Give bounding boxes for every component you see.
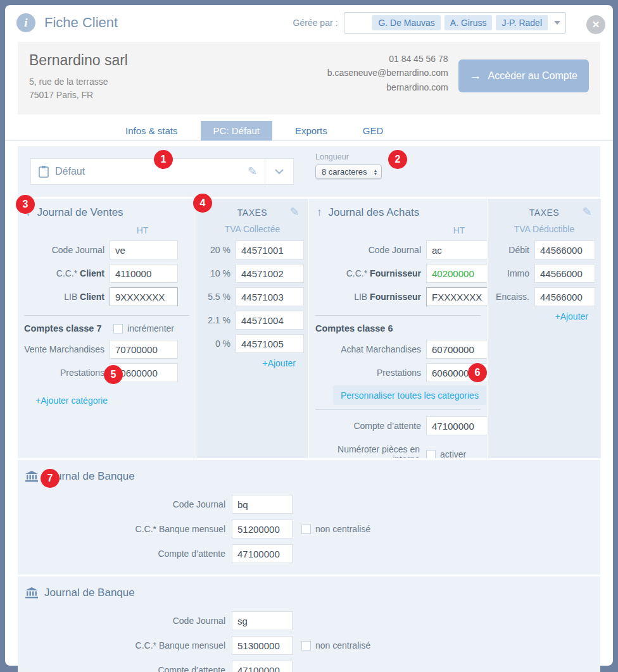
banque2-attente-input[interactable] bbox=[232, 661, 293, 672]
tax-label: Encaiss. bbox=[494, 292, 534, 302]
field-row: Code Journal bbox=[315, 240, 481, 259]
journal-achats-title: ↑ Journal des Achats bbox=[315, 204, 481, 225]
edit-pencil-icon[interactable]: ✎ bbox=[582, 205, 592, 219]
address-line: 5, rue de la terrasse bbox=[29, 75, 128, 89]
cc-fournisseur-input[interactable] bbox=[426, 264, 487, 283]
field-label: Compte d’attente bbox=[18, 549, 232, 559]
code-journal-achats-input[interactable] bbox=[426, 240, 487, 259]
managers-select[interactable]: G. De Mauvas A. Giruss J-P. Radel bbox=[344, 12, 566, 34]
classe6-title: Comptes classe 6 bbox=[315, 323, 393, 333]
banque1-code-input[interactable] bbox=[232, 495, 293, 514]
field-row: Code Journal bbox=[18, 495, 600, 514]
classe7-header: Comptes classe 7 incrémenter bbox=[24, 323, 189, 333]
clipboard-icon bbox=[39, 165, 49, 178]
tva-0-input[interactable] bbox=[236, 334, 304, 353]
step-badge-1: 1 bbox=[154, 150, 173, 169]
cc-client-input[interactable] bbox=[110, 264, 178, 283]
lib-client-input[interactable] bbox=[110, 287, 178, 306]
banque1-attente-input[interactable] bbox=[232, 544, 293, 563]
non-centralise-group: non centralisé bbox=[301, 524, 370, 534]
length-select[interactable]: 8 caracteres ▲▼ bbox=[315, 165, 382, 179]
increment-checkbox[interactable] bbox=[113, 324, 123, 333]
client-contact: 01 84 45 56 78 b.caseneuve@bernardino.co… bbox=[327, 52, 448, 102]
add-category-link[interactable]: +Ajouter catégorie bbox=[35, 395, 108, 406]
tab-exports[interactable]: Exports bbox=[282, 121, 340, 140]
activer-checkbox[interactable] bbox=[426, 450, 436, 459]
manager-chip[interactable]: A. Giruss bbox=[445, 15, 493, 30]
select-stepper-icon: ▲▼ bbox=[374, 169, 378, 175]
field-label: LIB Fournisseur bbox=[315, 292, 426, 302]
achat-marchandises-input[interactable] bbox=[426, 340, 487, 359]
tva-20-input[interactable] bbox=[236, 240, 304, 259]
journal-achats-panel: ↑ Journal des Achats HT Code Journal C.C… bbox=[309, 199, 487, 458]
field-label: C.C.* Fournisseur bbox=[315, 268, 426, 278]
compte-attente-achats-input[interactable] bbox=[426, 416, 487, 435]
divider bbox=[24, 315, 189, 316]
tva-55-input[interactable] bbox=[236, 287, 304, 306]
code-journal-input[interactable] bbox=[110, 240, 178, 259]
journal-banque-title: Journal de Banque bbox=[18, 468, 600, 489]
tva-immo-input[interactable] bbox=[534, 264, 595, 283]
step-badge-3: 3 bbox=[16, 195, 35, 214]
bank-icon bbox=[25, 471, 38, 482]
non-centralise-checkbox[interactable] bbox=[301, 641, 311, 650]
add-tax-link[interactable]: +Ajouter bbox=[555, 311, 588, 321]
client-website: bernardino.com bbox=[327, 80, 448, 94]
tab-infos-stats[interactable]: Infos & stats bbox=[113, 121, 191, 140]
tax-row: 10 % bbox=[203, 264, 302, 283]
tva-encaiss-input[interactable] bbox=[534, 287, 595, 306]
field-label: Compte d’attente bbox=[315, 421, 426, 431]
activer-label: activer bbox=[440, 449, 466, 458]
banque2-cc-input[interactable] bbox=[232, 636, 293, 655]
client-address: 5, rue de la terrasse 75017 Paris, FR bbox=[29, 75, 128, 102]
tab-ged[interactable]: GED bbox=[350, 121, 396, 140]
non-centralise-label: non centralisé bbox=[315, 640, 370, 650]
increment-checkbox-group: incrémenter bbox=[113, 323, 174, 333]
banque2-code-input[interactable] bbox=[232, 611, 293, 630]
step-badge-6: 6 bbox=[468, 363, 487, 382]
non-centralise-checkbox[interactable] bbox=[301, 525, 311, 534]
classe6-header: Comptes classe 6 bbox=[315, 323, 481, 333]
tva-debit-input[interactable] bbox=[534, 240, 595, 259]
access-account-button[interactable]: → Accèder au Compte bbox=[458, 59, 589, 92]
managed-by-label: Gérée par : bbox=[293, 18, 338, 28]
taxes-title: TAXES ✎ bbox=[203, 204, 302, 224]
client-summary: Bernardino sarl 5, rue de la terrasse 75… bbox=[18, 42, 600, 115]
fiche-client-modal: i Fiche Client Gérée par : G. De Mauvas … bbox=[5, 5, 613, 666]
bank-icon bbox=[25, 587, 38, 599]
journal-banque-1: Journal de Banque Code Journal C.C.* Ban… bbox=[18, 460, 600, 575]
client-identity: Bernardino sarl 5, rue de la terrasse 75… bbox=[29, 52, 128, 102]
field-label: Vente Marchandises bbox=[24, 344, 110, 354]
tva-21-input[interactable] bbox=[236, 311, 304, 330]
non-centralise-label: non centralisé bbox=[315, 524, 370, 534]
tax-rate-label: 5.5 % bbox=[203, 292, 236, 302]
journal-ventes-title: ↓ Journal de Ventes bbox=[24, 204, 189, 225]
field-row: Code Journal bbox=[24, 240, 189, 259]
tax-row: Encaiss. bbox=[494, 287, 595, 306]
vente-marchandises-input[interactable] bbox=[110, 340, 178, 359]
field-label: C.C.* Banque mensuel bbox=[18, 524, 232, 534]
field-row: C.C.* Banque mensuel non centralisé bbox=[18, 520, 600, 538]
field-row: C.C.* Fournisseur bbox=[315, 264, 481, 283]
non-centralise-group: non centralisé bbox=[301, 640, 370, 650]
field-row: C.C.* Banque mensuel non centralisé bbox=[18, 636, 600, 655]
add-tax-link[interactable]: +Ajouter bbox=[262, 358, 296, 368]
chevron-down-icon[interactable] bbox=[265, 159, 293, 184]
tva-10-input[interactable] bbox=[236, 264, 304, 283]
managed-by-group: Gérée par : G. De Mauvas A. Giruss J-P. … bbox=[293, 12, 566, 34]
manager-chip[interactable]: G. De Mauvas bbox=[372, 15, 440, 30]
personalize-categories-link[interactable]: Personnaliser toutes les categories bbox=[341, 390, 479, 401]
banque1-cc-input[interactable] bbox=[232, 520, 293, 538]
chevron-down-icon[interactable] bbox=[554, 21, 560, 25]
field-label: Prestations bbox=[24, 368, 110, 378]
manager-chip[interactable]: J-P. Radel bbox=[496, 15, 548, 30]
taxes-ventes-panel: TAXES ✎ TVA Collectée 20 % 10 % 5.5 % 2.… bbox=[196, 199, 308, 458]
edit-pencil-icon[interactable]: ✎ bbox=[240, 165, 265, 178]
lib-fournisseur-input[interactable] bbox=[426, 287, 487, 306]
tab-pc-defaut[interactable]: PC: Défaut bbox=[201, 121, 272, 140]
divider bbox=[315, 315, 481, 316]
edit-pencil-icon[interactable]: ✎ bbox=[289, 205, 300, 219]
close-button[interactable]: ✕ bbox=[586, 15, 605, 34]
field-row: Prestations bbox=[315, 363, 481, 382]
client-email: b.caseneuve@bernardino.com bbox=[327, 66, 448, 80]
